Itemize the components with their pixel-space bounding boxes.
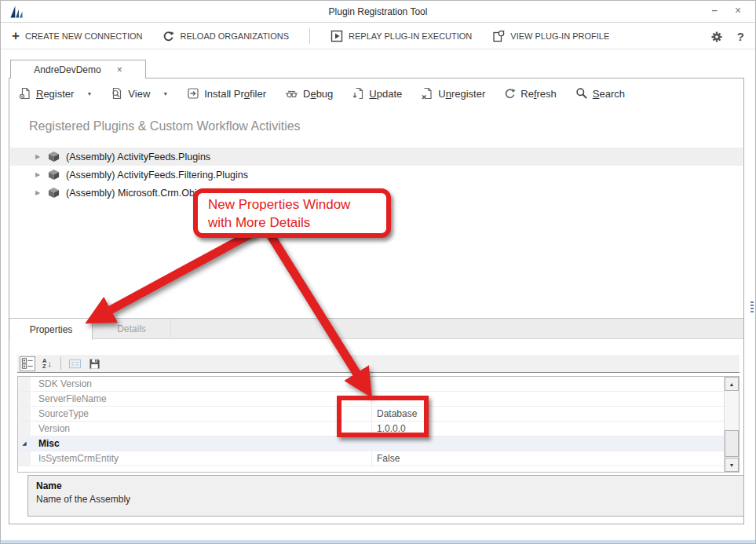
register-dropdown-arrow-icon[interactable]: ▼: [86, 91, 92, 97]
annotation-box: New Properties Window with More Details: [193, 188, 391, 238]
categorized-icon: [21, 357, 34, 370]
window-title: Plugin Registration Tool: [1, 1, 755, 23]
unregister-label: Unregister: [438, 88, 485, 100]
right-edge-grip: [751, 301, 754, 312]
settings-gear-icon[interactable]: [710, 31, 723, 43]
refresh-icon: [504, 88, 516, 100]
search-icon: [575, 87, 588, 100]
register-button[interactable]: Register ▼: [19, 87, 92, 100]
property-pages-icon: [68, 358, 82, 370]
view-dropdown-arrow-icon[interactable]: ▼: [163, 91, 168, 97]
update-button[interactable]: Update: [352, 87, 402, 100]
property-row[interactable]: IsSystemCrmEntity False: [18, 451, 724, 466]
titlebar: Plugin Registration Tool – ×: [1, 1, 755, 23]
property-value[interactable]: False: [371, 451, 724, 466]
tree-heading: Registered Plugins & Custom Workflow Act…: [29, 119, 301, 133]
tab-details[interactable]: Details: [93, 319, 171, 339]
assembly-icon: [48, 169, 60, 181]
install-profiler-label: Install Profiler: [204, 88, 266, 100]
plugin-registration-tool-window: Plugin Registration Tool – × + CREATE NE…: [0, 0, 756, 544]
create-new-connection-label: CREATE NEW CONNECTION: [25, 31, 143, 41]
tree-expander-icon[interactable]: ▶: [35, 153, 46, 160]
search-button[interactable]: Search: [575, 87, 625, 100]
view-plugin-profile-label: VIEW PLUG-IN PROFILE: [510, 31, 609, 41]
reload-organizations-button[interactable]: RELOAD ORGANIZATIONS: [163, 31, 289, 42]
row-gutter: [18, 451, 31, 466]
create-new-connection-button[interactable]: + CREATE NEW CONNECTION: [12, 31, 142, 42]
property-name: SourceType: [31, 408, 371, 419]
refresh-button[interactable]: Refresh: [504, 88, 557, 100]
tree-row[interactable]: ▶ (Assembly) ActivityFeeds.Plugins: [10, 148, 743, 166]
debug-label: Debug: [303, 88, 333, 100]
property-name: Misc: [31, 438, 371, 449]
action-toolbar: Register ▼ View ▼ Install Profiler: [9, 78, 743, 108]
help-icon[interactable]: ?: [737, 30, 744, 43]
value-highlight-box: [337, 396, 429, 437]
unregister-button[interactable]: Unregister: [421, 87, 485, 100]
plus-icon: +: [12, 31, 20, 42]
property-row[interactable]: SDK Version: [18, 377, 724, 392]
annotation-line-1: New Properties Window: [208, 195, 386, 214]
tab-andredevdemo[interactable]: AndreDevDemo ×: [10, 60, 146, 78]
help-title: Name: [36, 480, 736, 491]
scroll-down-button[interactable]: ▼: [725, 458, 739, 472]
property-name: IsSystemCrmEntity: [31, 453, 371, 464]
view-plugin-profile-button[interactable]: VIEW PLUG-IN PROFILE: [492, 30, 609, 42]
view-button[interactable]: View ▼: [111, 87, 168, 100]
property-category-row[interactable]: ◢ Misc: [18, 436, 724, 451]
register-label: Register: [36, 88, 74, 100]
scroll-thumb[interactable]: [725, 430, 739, 457]
property-name: ServerFileName: [31, 393, 371, 404]
main-toolbar: + CREATE NEW CONNECTION RELOAD ORGANIZAT…: [1, 24, 755, 49]
help-panel: Name Name of the Assembly: [27, 475, 744, 517]
tree-expander-icon[interactable]: ▶: [35, 189, 46, 196]
search-label: Search: [593, 88, 625, 100]
install-profiler-icon: [187, 87, 199, 100]
grid-scrollbar[interactable]: ▲ ▼: [724, 377, 739, 472]
sort-alphabetical-button[interactable]: A Z ↓: [39, 356, 55, 371]
debug-button[interactable]: Debug: [285, 87, 333, 100]
row-gutter: [18, 407, 31, 421]
update-label: Update: [369, 88, 402, 100]
toolbar-separator: [309, 28, 310, 44]
refresh-label: Refresh: [520, 88, 557, 100]
property-pages-button[interactable]: [67, 356, 82, 371]
row-gutter: [18, 377, 31, 391]
sort-az-icon: A Z ↓: [42, 358, 52, 369]
view-label: View: [128, 88, 150, 100]
replay-plugin-execution-label: REPLAY PLUG-IN EXECUTION: [349, 31, 472, 41]
register-icon: [19, 87, 31, 100]
save-button[interactable]: [86, 356, 102, 371]
save-icon: [89, 358, 100, 370]
property-name: SDK Version: [31, 378, 371, 389]
minimize-button[interactable]: –: [705, 1, 724, 21]
help-description: Name of the Assembly: [36, 494, 736, 505]
property-name: Version: [31, 423, 371, 434]
update-icon: [352, 87, 364, 100]
view-icon: [111, 87, 123, 100]
replay-plugin-execution-button[interactable]: REPLAY PLUG-IN EXECUTION: [331, 30, 472, 42]
categorized-view-button[interactable]: [20, 356, 35, 371]
annotation-line-2: with More Details: [208, 214, 386, 232]
property-value[interactable]: [371, 377, 724, 391]
property-value: [371, 436, 724, 451]
install-profiler-button[interactable]: Install Profiler: [187, 87, 266, 100]
tree-row[interactable]: ▶ (Assembly) ActivityFeeds.Filtering.Plu…: [10, 166, 743, 184]
tab-properties[interactable]: Properties: [10, 319, 93, 340]
main-panel: Register ▼ View ▼ Install Profiler: [9, 78, 744, 524]
sort-arrow-glyph: ↓: [47, 359, 52, 368]
tree-item-label: (Assembly) ActivityFeeds.Filtering.Plugi…: [66, 170, 248, 181]
tab-close-icon[interactable]: ×: [117, 64, 122, 75]
close-button[interactable]: ×: [729, 1, 747, 21]
scroll-up-button[interactable]: ▲: [725, 377, 739, 391]
propgrid-toolbar: A Z ↓: [17, 355, 740, 373]
debug-icon: [285, 87, 298, 100]
tree-expander-icon[interactable]: ▶: [35, 171, 46, 178]
toolbar-separator: [60, 357, 61, 370]
reload-icon: [163, 31, 174, 42]
assembly-icon: [48, 187, 60, 199]
assembly-icon: [48, 151, 60, 162]
reload-organizations-label: RELOAD ORGANIZATIONS: [180, 31, 289, 41]
category-expander-icon[interactable]: ◢: [18, 436, 31, 451]
tree-item-label: (Assembly) ActivityFeeds.Plugins: [66, 152, 210, 162]
